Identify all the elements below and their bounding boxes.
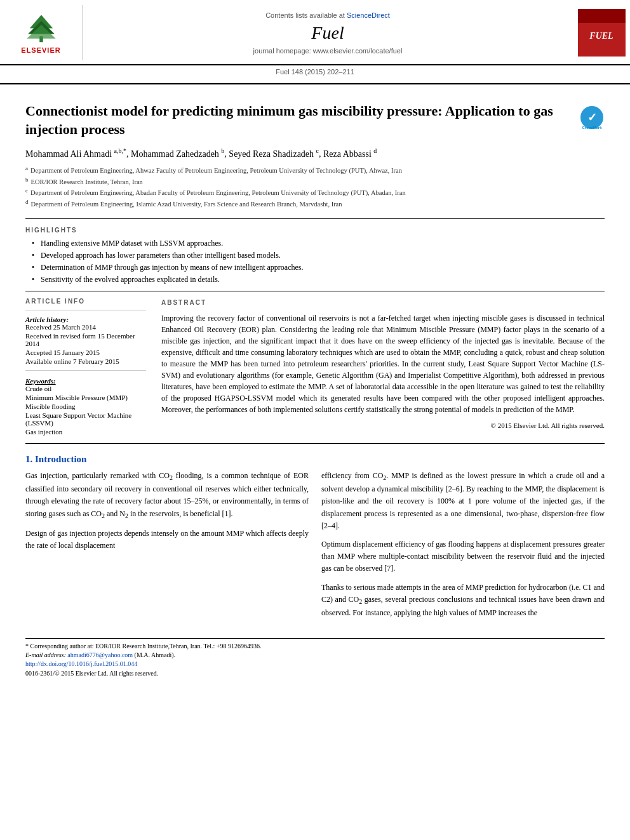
intro-col-2: efficiency from CO2. MMP is defined as t…: [321, 470, 605, 625]
svg-text:CrossMark: CrossMark: [582, 126, 602, 130]
main-content: Connectionist model for predicting minim…: [0, 90, 630, 690]
copyright-line: © 2015 Elsevier Ltd. All rights reserved…: [161, 420, 605, 431]
intro-para-1: Gas injection, particularly remarked wit…: [25, 470, 309, 521]
history-label: Article history:: [25, 316, 146, 323]
article-info-abstract: ARTICLE INFO Article history: Received 2…: [25, 298, 605, 437]
email-link[interactable]: ahmadi6776@yahoo.com: [67, 651, 133, 658]
header-divider: [0, 83, 630, 84]
received-date: Received 25 March 2014: [25, 323, 146, 331]
fuel-cover-title: FUEL: [589, 31, 613, 41]
intro-para-4: Optimum displacement efficiency of gas f…: [321, 538, 605, 575]
footer: * Corresponding author at: EOR/IOR Resea…: [25, 638, 605, 677]
keywords-section: Keywords: Crude oil Minimum Miscible Pre…: [25, 377, 146, 436]
elsevier-logo: ELSEVIER: [0, 5, 83, 60]
highlights-label: HIGHLIGHTS: [25, 227, 605, 234]
journal-homepage: journal homepage: www.elsevier.com/locat…: [253, 47, 403, 55]
footer-copyright: 0016-2361/© 2015 Elsevier Ltd. All right…: [25, 670, 605, 677]
authors-line: Mohammad Ali Ahmadi a,b,*, Mohammad Zahe…: [25, 147, 605, 159]
article-info: ARTICLE INFO Article history: Received 2…: [25, 298, 146, 437]
sciencedirect-link[interactable]: ScienceDirect: [347, 11, 390, 19]
introduction-section: 1. Introduction Gas injection, particula…: [25, 454, 605, 625]
affiliation-a: a Department of Petroleum Engineering, A…: [25, 166, 605, 176]
divider-1: [25, 218, 605, 219]
keyword-4: Least Square Support Vector Machine (LSS…: [25, 411, 146, 427]
affiliations: a Department of Petroleum Engineering, A…: [25, 166, 605, 210]
divider-2: [25, 291, 605, 291]
elsevier-tree-icon: [19, 12, 64, 44]
highlight-item: Developed approach has lower parameters …: [32, 251, 605, 260]
accepted-date: Accepted 15 January 2015: [25, 349, 146, 356]
elsevier-text: ELSEVIER: [21, 46, 60, 54]
online-date: Available online 7 February 2015: [25, 357, 146, 365]
affiliation-d: d Department of Petroleum Engineering, I…: [25, 199, 605, 210]
highlight-item: Handling extensive MMP dataset with LSSV…: [32, 239, 605, 248]
crossmark-icon: ✓ CrossMark: [579, 105, 605, 130]
intro-para-2: Design of gas injection projects depends…: [25, 528, 309, 552]
journal-center: Contents lists available at ScienceDirec…: [83, 5, 573, 60]
journal-header: ELSEVIER Contents lists available at Sci…: [0, 0, 630, 65]
abstract-col: ABSTRACT Improving the recovery factor o…: [161, 298, 605, 437]
keywords-label: Keywords:: [25, 377, 146, 385]
affiliation-b: b EOR/IOR Research Institute, Tehran, Ir…: [25, 177, 605, 187]
footer-doi: http://dx.doi.org/10.1016/j.fuel.2015.01…: [25, 660, 605, 667]
article-title-text: Connectionist model for predicting minim…: [25, 102, 573, 138]
highlight-item: Sensitivity of the evolved approaches ex…: [32, 275, 605, 284]
fuel-cover-box: FUEL: [578, 9, 626, 57]
intro-para-5: Thanks to serious made attempts in the a…: [321, 582, 605, 620]
citation-line: Fuel 148 (2015) 202–211: [0, 65, 630, 78]
doi-link[interactable]: http://dx.doi.org/10.1016/j.fuel.2015.01…: [25, 660, 137, 667]
section-number: 1. Introduction: [25, 454, 605, 465]
fuel-cover: FUEL: [573, 5, 630, 60]
intro-col-1: Gas injection, particularly remarked wit…: [25, 470, 309, 625]
sciencedirect-line: Contents lists available at ScienceDirec…: [265, 11, 390, 19]
highlights-list: Handling extensive MMP dataset with LSSV…: [32, 239, 605, 284]
keyword-5: Gas injection: [25, 428, 146, 436]
info-divider-2: [25, 370, 146, 371]
divider-3: [25, 443, 605, 444]
revised-date: Received in revised form 15 December 201…: [25, 332, 146, 347]
affiliation-c: c Department of Petroleum Engineering, A…: [25, 188, 605, 198]
article-title-block: Connectionist model for predicting minim…: [25, 102, 605, 138]
keyword-3: Miscible flooding: [25, 403, 146, 410]
journal-name: Fuel: [311, 23, 344, 43]
keyword-2: Minimum Miscible Pressure (MMP): [25, 394, 146, 401]
keyword-1: Crude oil: [25, 385, 146, 392]
footer-email: E-mail address: ahmadi6776@yahoo.com (M.…: [25, 651, 605, 658]
info-divider: [25, 310, 146, 310]
article-history: Article history: Received 25 March 2014 …: [25, 316, 146, 365]
footer-corresponding: * Corresponding author at: EOR/IOR Resea…: [25, 643, 605, 650]
intro-body: Gas injection, particularly remarked wit…: [25, 470, 605, 625]
abstract-text: Improving the recovery factor of convent…: [161, 312, 605, 415]
highlight-item: Determination of MMP through gas injecti…: [32, 263, 605, 272]
article-info-label: ARTICLE INFO: [25, 298, 146, 305]
svg-text:✓: ✓: [587, 111, 597, 124]
abstract-label: ABSTRACT: [161, 298, 605, 307]
intro-para-3: efficiency from CO2. MMP is defined as t…: [321, 470, 605, 532]
